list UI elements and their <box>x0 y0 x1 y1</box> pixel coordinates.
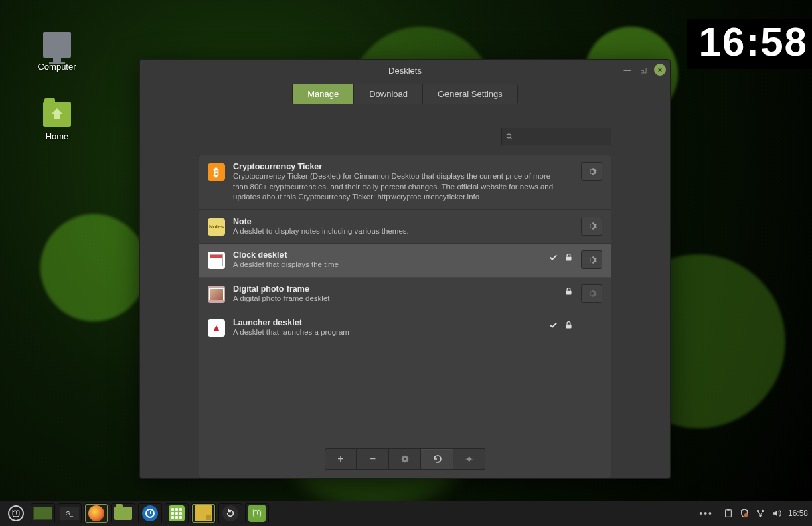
search-box[interactable] <box>501 128 611 145</box>
panel-app-firefox[interactable] <box>84 503 108 523</box>
check-icon <box>549 321 558 329</box>
clock-desklet[interactable]: 16:58 <box>687 19 812 69</box>
panel-app-notes[interactable] <box>191 503 216 523</box>
menu-button[interactable] <box>8 505 24 521</box>
desklet-title: Clock desklet <box>233 250 541 260</box>
svg-line-1 <box>511 137 513 139</box>
desklet-title: Digital photo frame <box>233 284 556 294</box>
desktop-icon-label: Home <box>20 131 94 141</box>
undo-button[interactable] <box>421 448 453 470</box>
bitcoin-icon: ₿ <box>208 163 225 181</box>
clock-desklet-time: 16:58 <box>699 19 808 64</box>
desklet-badges <box>549 250 573 262</box>
desklet-row[interactable]: ▲Launcher deskletA desklet that launches… <box>199 311 611 345</box>
photo-icon <box>208 286 225 303</box>
add-button[interactable]: + <box>325 448 357 470</box>
volume-icon[interactable] <box>772 509 781 518</box>
panel-clock[interactable]: 16:58 <box>788 509 808 518</box>
desklet-row[interactable]: NotesNoteA desklet to display notes incl… <box>199 210 611 244</box>
svg-point-5 <box>744 513 748 517</box>
svg-rect-4 <box>727 509 730 511</box>
tray-overflow-icon[interactable]: ••• <box>699 508 713 519</box>
desklet-description: A desklet to display notes including var… <box>233 226 565 237</box>
desktop-icon-home[interactable]: Home <box>20 102 94 141</box>
highlight-button[interactable]: ✦ <box>453 448 485 470</box>
settings-button[interactable] <box>581 162 602 181</box>
note-icon: Notes <box>208 218 225 236</box>
desklet-row[interactable]: ₿Cryptocurrency TickerCryptocurrency Tic… <box>199 155 611 210</box>
tab-manage[interactable]: Manage <box>293 84 354 104</box>
desklet-text: NoteA desklet to display notes including… <box>233 217 565 237</box>
home-folder-icon <box>43 102 71 127</box>
desklet-text: Clock deskletA desklet that displays the… <box>233 250 541 270</box>
computer-icon <box>43 32 71 58</box>
panel-app-mint[interactable] <box>245 503 269 523</box>
mint-logo-icon <box>11 509 21 518</box>
launcher-icon: ▲ <box>208 319 225 337</box>
panel-app-files[interactable] <box>111 503 135 523</box>
desklet-text: Cryptocurrency TickerCryptocurrency Tick… <box>233 162 565 203</box>
settings-button[interactable] <box>581 284 602 303</box>
calendar-icon <box>208 252 225 269</box>
window-title: Desklets <box>388 66 422 76</box>
desktop-icon-computer[interactable]: Computer <box>20 32 94 72</box>
panel-app-apps-grid[interactable] <box>165 503 189 523</box>
search-input[interactable] <box>517 132 606 141</box>
bottom-panel: $_ ••• 16:58 <box>0 501 812 526</box>
desklet-text: Launcher deskletA desklet that launches … <box>233 318 541 338</box>
svg-point-0 <box>507 134 511 138</box>
lock-icon <box>564 321 573 329</box>
desklet-text: Digital photo frameA digital photo frame… <box>233 284 556 304</box>
desklets-window: Desklets — ◱ × Manage Download General S… <box>139 59 671 479</box>
delete-button[interactable] <box>389 448 421 470</box>
desklet-title: Note <box>233 217 565 226</box>
panel-app-show-desktop[interactable] <box>31 503 55 523</box>
titlebar[interactable]: Desklets — ◱ × <box>140 60 670 81</box>
tab-bar: Manage Download General Settings <box>140 81 670 114</box>
desklet-description: A desklet that displays the time <box>233 260 541 270</box>
svg-rect-3 <box>726 510 732 517</box>
desklet-badges <box>564 284 573 296</box>
shield-icon[interactable] <box>740 509 749 518</box>
lock-icon <box>564 253 573 262</box>
panel-app-clock-app[interactable] <box>138 503 162 523</box>
network-icon[interactable] <box>756 509 765 518</box>
desklet-row[interactable]: Clock deskletA desklet that displays the… <box>199 244 611 278</box>
search-icon <box>506 133 513 141</box>
settings-button[interactable] <box>581 217 602 236</box>
desklet-description: A digital photo frame desklet <box>233 294 556 304</box>
panel-app-terminal[interactable]: $_ <box>58 503 82 523</box>
tab-general-settings[interactable]: General Settings <box>423 84 517 104</box>
lock-icon <box>564 287 573 296</box>
desklet-title: Cryptocurrency Ticker <box>233 162 565 171</box>
desklet-badges <box>549 318 573 329</box>
desklets-list: ₿Cryptocurrency TickerCryptocurrency Tic… <box>199 155 611 478</box>
desklet-row[interactable]: Digital photo frameA digital photo frame… <box>199 278 611 312</box>
tab-download[interactable]: Download <box>354 84 423 104</box>
system-tray: ••• 16:58 <box>699 508 808 519</box>
desklet-description: A desklet that launches a program <box>233 327 541 338</box>
desklet-description: Cryptocurrency Ticker (Desklet) for Cinn… <box>233 171 565 203</box>
panel-app-restart[interactable] <box>218 503 242 523</box>
close-button[interactable]: × <box>654 64 666 76</box>
list-toolbar: + − ✦ <box>199 440 611 478</box>
remove-button[interactable]: − <box>357 448 389 470</box>
maximize-button[interactable]: ◱ <box>638 64 649 75</box>
settings-button[interactable] <box>581 250 602 269</box>
clipboard-icon[interactable] <box>724 509 733 518</box>
minimize-button[interactable]: — <box>622 64 633 75</box>
check-icon <box>549 253 558 262</box>
desklet-title: Launcher desklet <box>233 318 541 327</box>
